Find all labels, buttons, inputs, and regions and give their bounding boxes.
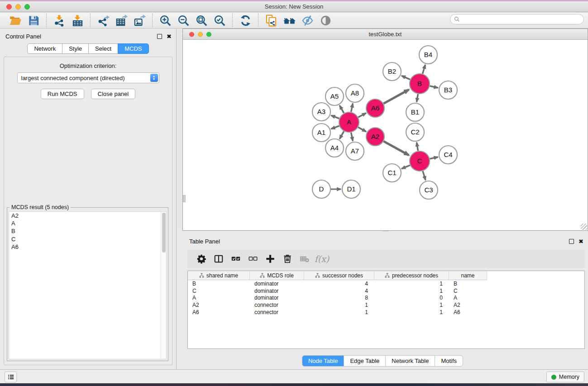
node-A[interactable]: A xyxy=(339,112,359,132)
cell-name[interactable]: B xyxy=(449,280,487,287)
cell-MCDS-role[interactable]: connector xyxy=(250,309,304,316)
tab-node-table[interactable]: Node Table xyxy=(302,355,344,367)
tab-style[interactable]: Style xyxy=(62,43,89,54)
add-entry-button[interactable] xyxy=(262,252,279,266)
cell-successor-nodes[interactable]: 4 xyxy=(304,280,374,287)
cell-name[interactable]: A2 xyxy=(449,301,487,309)
node-B3[interactable]: B3 xyxy=(439,81,457,99)
edge-A-A1[interactable] xyxy=(331,126,339,129)
mcds-result-item[interactable]: A6 xyxy=(9,243,166,251)
edge-C-C1[interactable] xyxy=(402,165,410,169)
node-C2[interactable]: C2 xyxy=(406,123,424,141)
cell-name[interactable]: A xyxy=(449,295,487,302)
mcds-result-item[interactable]: B xyxy=(9,227,166,235)
zoom-network-window-button[interactable] xyxy=(206,32,211,37)
close-panel-icon[interactable]: ✖ xyxy=(167,34,172,39)
minimize-window-button[interactable] xyxy=(15,4,21,10)
home-view-button[interactable] xyxy=(280,14,298,27)
cell-successor-nodes[interactable]: 1 xyxy=(304,309,374,316)
edge-A-A5[interactable] xyxy=(339,105,344,113)
edge-A-A7[interactable] xyxy=(351,133,353,141)
close-window-button[interactable] xyxy=(6,4,12,10)
node-A5[interactable]: A5 xyxy=(325,87,344,105)
tab-network-table[interactable]: Network Table xyxy=(385,355,435,367)
mcds-result-item[interactable]: A xyxy=(9,219,166,227)
edge-B-B1[interactable] xyxy=(417,94,418,102)
memory-button[interactable]: Memory xyxy=(546,372,584,382)
cell-MCDS-role[interactable]: dominator xyxy=(250,295,304,302)
deselect-all-button[interactable] xyxy=(244,252,262,266)
show-columns-button[interactable] xyxy=(210,252,227,266)
optimization-criterion-select[interactable]: largest connected component (directed) ▲… xyxy=(17,72,159,83)
network-left-scroll-thumb[interactable] xyxy=(183,195,186,202)
tab-mcds[interactable]: MCDS xyxy=(118,43,148,54)
node-A4[interactable]: A4 xyxy=(325,139,344,157)
network-graph[interactable]: B4B2BB3A8A5A6B1A3AC2A1A2A4A7C4CC1C3DD1 xyxy=(183,40,588,230)
result-list-scrollbar[interactable] xyxy=(161,212,166,359)
close-table-panel-icon[interactable]: ✖ xyxy=(578,239,583,244)
node-B2[interactable]: B2 xyxy=(383,62,401,81)
edge-A-A2[interactable] xyxy=(358,127,366,132)
table-row-A2[interactable]: A2connector11A2 xyxy=(188,301,584,309)
mcds-result-item[interactable]: A2 xyxy=(9,212,166,219)
float-table-panel-icon[interactable] xyxy=(569,239,574,244)
export-table-button[interactable] xyxy=(112,14,130,27)
zoom-fit-button[interactable] xyxy=(192,14,210,27)
zoom-window-button[interactable] xyxy=(24,4,30,10)
column-header-MCDS-role[interactable]: MCDS role xyxy=(250,271,304,280)
node-A1[interactable]: A1 xyxy=(312,124,330,142)
cell-shared-name[interactable]: A2 xyxy=(188,301,250,309)
node-C[interactable]: C xyxy=(410,151,430,171)
result-scroll-thumb[interactable] xyxy=(162,213,166,253)
cell-successor-nodes[interactable]: 4 xyxy=(304,287,374,295)
node-B[interactable]: B xyxy=(410,74,430,94)
delete-table-button[interactable] xyxy=(296,252,313,266)
function-builder-button[interactable]: f(x) xyxy=(313,252,330,266)
node-B4[interactable]: B4 xyxy=(419,46,437,64)
cell-MCDS-role[interactable]: dominator xyxy=(250,287,304,295)
node-C1[interactable]: C1 xyxy=(383,164,401,182)
task-history-button[interactable] xyxy=(5,372,17,382)
network-window-resize-grip[interactable] xyxy=(581,224,587,230)
run-mcds-button[interactable]: Run MCDS xyxy=(41,89,84,99)
edge-A6-B[interactable] xyxy=(383,90,409,104)
column-header-predecessor-nodes[interactable]: predecessor nodes xyxy=(374,271,449,280)
minimize-network-window-button[interactable] xyxy=(198,32,203,37)
column-header-shared-name[interactable]: shared name xyxy=(188,271,250,280)
cell-shared-name[interactable]: A xyxy=(188,295,250,302)
column-header-successor-nodes[interactable]: successor nodes xyxy=(304,271,374,280)
edge-B-B3[interactable] xyxy=(430,86,438,88)
import-network-button[interactable] xyxy=(50,14,68,27)
settings-gear-button[interactable] xyxy=(193,252,210,266)
node-A2[interactable]: A2 xyxy=(366,128,384,146)
save-session-button[interactable] xyxy=(24,14,43,27)
edge-A-A8[interactable] xyxy=(351,104,353,112)
node-C3[interactable]: C3 xyxy=(420,181,438,199)
node-A8[interactable]: A8 xyxy=(346,84,364,102)
edge-B-B4[interactable] xyxy=(423,65,425,74)
node-A3[interactable]: A3 xyxy=(312,103,330,121)
node-A7[interactable]: A7 xyxy=(346,142,364,160)
cell-predecessor-nodes[interactable]: 1 xyxy=(374,309,449,316)
close-panel-button[interactable]: Close panel xyxy=(91,89,136,99)
edge-A2-C[interactable] xyxy=(383,141,409,155)
edge-B-B2[interactable] xyxy=(402,76,410,79)
mcds-result-item[interactable]: C xyxy=(9,235,166,243)
cell-shared-name[interactable]: C xyxy=(188,287,250,295)
tab-network[interactable]: Network xyxy=(27,43,62,54)
edge-C-C3[interactable] xyxy=(423,171,425,180)
refresh-view-button[interactable] xyxy=(236,14,254,27)
import-table-button[interactable] xyxy=(68,14,86,27)
cell-shared-name[interactable]: B xyxy=(188,280,250,287)
table-row-A6[interactable]: A6connector11A6 xyxy=(188,309,584,316)
column-header-name[interactable]: name xyxy=(449,271,487,280)
edge-C-C4[interactable] xyxy=(430,157,438,159)
cell-MCDS-role[interactable]: connector xyxy=(250,301,304,309)
node-D1[interactable]: D1 xyxy=(342,180,360,198)
edge-A-A3[interactable] xyxy=(331,115,339,119)
cell-name[interactable]: C xyxy=(449,287,487,295)
float-panel-icon[interactable] xyxy=(157,34,162,39)
edge-C-C2[interactable] xyxy=(417,143,418,151)
node-B1[interactable]: B1 xyxy=(406,103,424,121)
close-network-window-button[interactable] xyxy=(189,32,194,37)
